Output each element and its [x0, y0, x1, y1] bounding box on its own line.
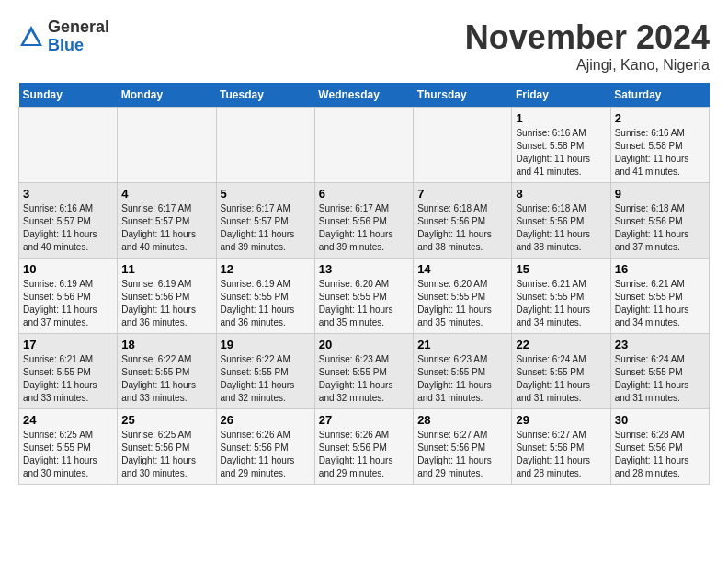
empty-cell: [314, 108, 413, 183]
title-section: November 2024 Ajingi, Kano, Nigeria: [465, 18, 710, 74]
header-saturday: Saturday: [610, 83, 709, 108]
day-info: Sunrise: 6:25 AM Sunset: 5:55 PM Dayligh…: [23, 429, 113, 480]
day-info: Sunrise: 6:19 AM Sunset: 5:55 PM Dayligh…: [221, 278, 311, 329]
calendar-table: SundayMondayTuesdayWednesdayThursdayFrid…: [18, 83, 710, 485]
day-info: Sunrise: 6:18 AM Sunset: 5:56 PM Dayligh…: [516, 202, 606, 254]
empty-cell: [216, 108, 314, 183]
calendar-day-8: 8Sunrise: 6:18 AM Sunset: 5:56 PM Daylig…: [512, 183, 610, 259]
day-info: Sunrise: 6:24 AM Sunset: 5:55 PM Dayligh…: [516, 353, 606, 405]
header-sunday: Sunday: [19, 83, 118, 108]
day-number: 6: [319, 187, 409, 201]
day-number: 24: [23, 413, 113, 427]
day-number: 4: [121, 187, 211, 201]
day-info: Sunrise: 6:17 AM Sunset: 5:57 PM Dayligh…: [221, 202, 311, 254]
calendar-week-3: 10Sunrise: 6:19 AM Sunset: 5:56 PM Dayli…: [19, 259, 710, 334]
day-number: 21: [417, 338, 507, 351]
calendar-day-1: 1Sunrise: 6:16 AM Sunset: 5:58 PM Daylig…: [512, 108, 610, 183]
day-number: 18: [121, 338, 211, 351]
calendar-day-9: 9Sunrise: 6:18 AM Sunset: 5:56 PM Daylig…: [610, 183, 709, 259]
calendar-day-29: 29Sunrise: 6:27 AM Sunset: 5:56 PM Dayli…: [512, 409, 610, 485]
day-number: 13: [319, 262, 409, 276]
day-number: 9: [615, 187, 705, 201]
day-info: Sunrise: 6:24 AM Sunset: 5:55 PM Dayligh…: [615, 353, 705, 405]
day-number: 22: [516, 338, 606, 351]
day-info: Sunrise: 6:26 AM Sunset: 5:56 PM Dayligh…: [221, 429, 311, 480]
calendar-day-13: 13Sunrise: 6:20 AM Sunset: 5:55 PM Dayli…: [314, 259, 413, 334]
calendar-day-16: 16Sunrise: 6:21 AM Sunset: 5:55 PM Dayli…: [610, 259, 709, 334]
logo-icon: [18, 24, 44, 50]
calendar-day-4: 4Sunrise: 6:17 AM Sunset: 5:57 PM Daylig…: [118, 183, 216, 259]
day-info: Sunrise: 6:28 AM Sunset: 5:56 PM Dayligh…: [615, 429, 705, 480]
logo-blue-text: Blue: [48, 37, 109, 55]
calendar-day-7: 7Sunrise: 6:18 AM Sunset: 5:56 PM Daylig…: [414, 183, 512, 259]
day-number: 23: [615, 338, 705, 351]
calendar-day-15: 15Sunrise: 6:21 AM Sunset: 5:55 PM Dayli…: [512, 259, 610, 334]
calendar-day-24: 24Sunrise: 6:25 AM Sunset: 5:55 PM Dayli…: [19, 409, 118, 485]
day-info: Sunrise: 6:16 AM Sunset: 5:58 PM Dayligh…: [516, 127, 606, 178]
header-tuesday: Tuesday: [216, 83, 314, 108]
page-header: General Blue November 2024 Ajingi, Kano,…: [18, 18, 710, 74]
empty-cell: [19, 108, 118, 183]
calendar-day-5: 5Sunrise: 6:17 AM Sunset: 5:57 PM Daylig…: [216, 183, 314, 259]
day-number: 8: [516, 187, 606, 201]
day-info: Sunrise: 6:16 AM Sunset: 5:57 PM Dayligh…: [23, 202, 113, 254]
calendar-day-23: 23Sunrise: 6:24 AM Sunset: 5:55 PM Dayli…: [610, 334, 709, 409]
calendar-day-12: 12Sunrise: 6:19 AM Sunset: 5:55 PM Dayli…: [216, 259, 314, 334]
day-info: Sunrise: 6:17 AM Sunset: 5:56 PM Dayligh…: [319, 202, 409, 254]
day-info: Sunrise: 6:20 AM Sunset: 5:55 PM Dayligh…: [319, 278, 409, 329]
calendar-day-26: 26Sunrise: 6:26 AM Sunset: 5:56 PM Dayli…: [216, 409, 314, 485]
calendar-day-14: 14Sunrise: 6:20 AM Sunset: 5:55 PM Dayli…: [414, 259, 512, 334]
day-info: Sunrise: 6:20 AM Sunset: 5:55 PM Dayligh…: [417, 278, 507, 329]
day-info: Sunrise: 6:21 AM Sunset: 5:55 PM Dayligh…: [615, 278, 705, 329]
day-info: Sunrise: 6:19 AM Sunset: 5:56 PM Dayligh…: [23, 278, 113, 329]
calendar-day-2: 2Sunrise: 6:16 AM Sunset: 5:58 PM Daylig…: [610, 108, 709, 183]
calendar-day-22: 22Sunrise: 6:24 AM Sunset: 5:55 PM Dayli…: [512, 334, 610, 409]
day-number: 11: [121, 262, 211, 276]
day-number: 20: [319, 338, 409, 351]
day-number: 30: [615, 413, 705, 427]
day-number: 17: [23, 338, 113, 351]
calendar-header-row: SundayMondayTuesdayWednesdayThursdayFrid…: [19, 83, 710, 108]
calendar-day-6: 6Sunrise: 6:17 AM Sunset: 5:56 PM Daylig…: [314, 183, 413, 259]
day-info: Sunrise: 6:26 AM Sunset: 5:56 PM Dayligh…: [319, 429, 409, 480]
day-info: Sunrise: 6:21 AM Sunset: 5:55 PM Dayligh…: [516, 278, 606, 329]
day-number: 12: [221, 262, 311, 276]
day-number: 15: [516, 262, 606, 276]
calendar-day-3: 3Sunrise: 6:16 AM Sunset: 5:57 PM Daylig…: [19, 183, 118, 259]
empty-cell: [118, 108, 216, 183]
day-number: 26: [221, 413, 311, 427]
day-info: Sunrise: 6:25 AM Sunset: 5:56 PM Dayligh…: [121, 429, 211, 480]
calendar-week-2: 3Sunrise: 6:16 AM Sunset: 5:57 PM Daylig…: [19, 183, 710, 259]
logo-general-text: General: [48, 18, 109, 37]
day-number: 19: [221, 338, 311, 351]
day-info: Sunrise: 6:18 AM Sunset: 5:56 PM Dayligh…: [417, 202, 507, 254]
calendar-day-10: 10Sunrise: 6:19 AM Sunset: 5:56 PM Dayli…: [19, 259, 118, 334]
header-monday: Monday: [118, 83, 216, 108]
day-info: Sunrise: 6:17 AM Sunset: 5:57 PM Dayligh…: [121, 202, 211, 254]
day-number: 27: [319, 413, 409, 427]
header-friday: Friday: [512, 83, 610, 108]
day-info: Sunrise: 6:22 AM Sunset: 5:55 PM Dayligh…: [121, 353, 211, 405]
calendar-day-19: 19Sunrise: 6:22 AM Sunset: 5:55 PM Dayli…: [216, 334, 314, 409]
day-number: 29: [516, 413, 606, 427]
day-number: 2: [615, 111, 705, 125]
day-number: 7: [417, 187, 507, 201]
day-number: 1: [516, 111, 606, 125]
empty-cell: [414, 108, 512, 183]
header-wednesday: Wednesday: [314, 83, 413, 108]
location: Ajingi, Kano, Nigeria: [465, 57, 710, 74]
day-number: 10: [23, 262, 113, 276]
day-info: Sunrise: 6:18 AM Sunset: 5:56 PM Dayligh…: [615, 202, 705, 254]
calendar-day-11: 11Sunrise: 6:19 AM Sunset: 5:56 PM Dayli…: [118, 259, 216, 334]
day-number: 3: [23, 187, 113, 201]
calendar-day-28: 28Sunrise: 6:27 AM Sunset: 5:56 PM Dayli…: [414, 409, 512, 485]
calendar-week-1: 1Sunrise: 6:16 AM Sunset: 5:58 PM Daylig…: [19, 108, 710, 183]
calendar-day-18: 18Sunrise: 6:22 AM Sunset: 5:55 PM Dayli…: [118, 334, 216, 409]
day-number: 14: [417, 262, 507, 276]
calendar-day-25: 25Sunrise: 6:25 AM Sunset: 5:56 PM Dayli…: [118, 409, 216, 485]
calendar-week-5: 24Sunrise: 6:25 AM Sunset: 5:55 PM Dayli…: [19, 409, 710, 485]
calendar-week-4: 17Sunrise: 6:21 AM Sunset: 5:55 PM Dayli…: [19, 334, 710, 409]
calendar-day-21: 21Sunrise: 6:23 AM Sunset: 5:55 PM Dayli…: [414, 334, 512, 409]
day-number: 28: [417, 413, 507, 427]
day-info: Sunrise: 6:23 AM Sunset: 5:55 PM Dayligh…: [319, 353, 409, 405]
